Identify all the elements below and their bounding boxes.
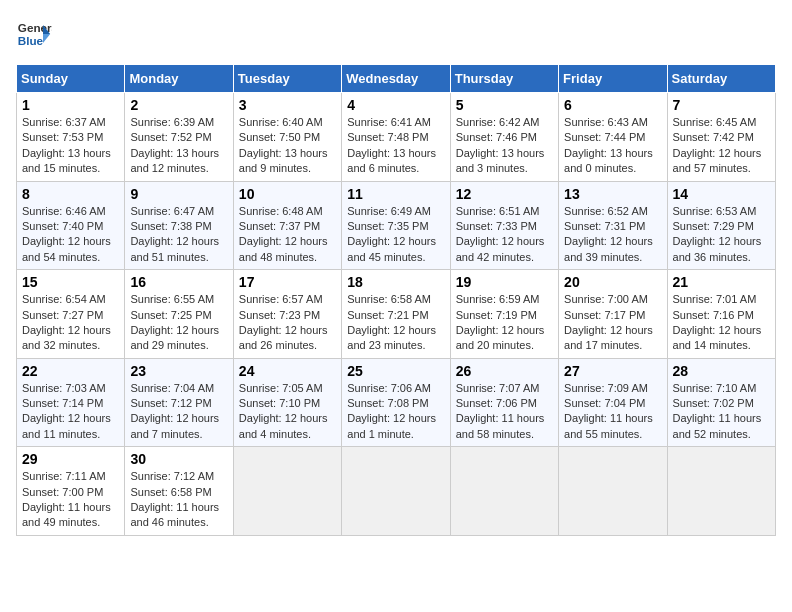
day-number: 13 [564, 186, 661, 202]
day-number: 4 [347, 97, 444, 113]
day-number: 26 [456, 363, 553, 379]
day-number: 1 [22, 97, 119, 113]
weekday-header-tuesday: Tuesday [233, 65, 341, 93]
day-number: 2 [130, 97, 227, 113]
day-number: 3 [239, 97, 336, 113]
logo-icon: General Blue [16, 16, 52, 52]
day-info: Sunrise: 6:40 AM Sunset: 7:50 PM Dayligh… [239, 115, 336, 177]
calendar-cell [450, 447, 558, 536]
day-number: 25 [347, 363, 444, 379]
svg-marker-3 [43, 34, 50, 43]
calendar-cell: 23 Sunrise: 7:04 AM Sunset: 7:12 PM Dayl… [125, 358, 233, 447]
day-info: Sunrise: 6:39 AM Sunset: 7:52 PM Dayligh… [130, 115, 227, 177]
svg-text:Blue: Blue [18, 34, 44, 47]
calendar-week-5: 29 Sunrise: 7:11 AM Sunset: 7:00 PM Dayl… [17, 447, 776, 536]
calendar-cell [342, 447, 450, 536]
calendar-cell: 10 Sunrise: 6:48 AM Sunset: 7:37 PM Dayl… [233, 181, 341, 270]
calendar-cell: 8 Sunrise: 6:46 AM Sunset: 7:40 PM Dayli… [17, 181, 125, 270]
day-info: Sunrise: 7:11 AM Sunset: 7:00 PM Dayligh… [22, 469, 119, 531]
day-info: Sunrise: 6:37 AM Sunset: 7:53 PM Dayligh… [22, 115, 119, 177]
day-info: Sunrise: 7:03 AM Sunset: 7:14 PM Dayligh… [22, 381, 119, 443]
day-info: Sunrise: 6:58 AM Sunset: 7:21 PM Dayligh… [347, 292, 444, 354]
calendar-cell: 25 Sunrise: 7:06 AM Sunset: 7:08 PM Dayl… [342, 358, 450, 447]
calendar-cell: 16 Sunrise: 6:55 AM Sunset: 7:25 PM Dayl… [125, 270, 233, 359]
weekday-header-friday: Friday [559, 65, 667, 93]
calendar-cell: 6 Sunrise: 6:43 AM Sunset: 7:44 PM Dayli… [559, 93, 667, 182]
weekday-header-monday: Monday [125, 65, 233, 93]
calendar-cell: 19 Sunrise: 6:59 AM Sunset: 7:19 PM Dayl… [450, 270, 558, 359]
day-info: Sunrise: 6:51 AM Sunset: 7:33 PM Dayligh… [456, 204, 553, 266]
day-info: Sunrise: 6:53 AM Sunset: 7:29 PM Dayligh… [673, 204, 770, 266]
day-number: 14 [673, 186, 770, 202]
day-number: 5 [456, 97, 553, 113]
calendar-cell: 24 Sunrise: 7:05 AM Sunset: 7:10 PM Dayl… [233, 358, 341, 447]
day-number: 27 [564, 363, 661, 379]
day-info: Sunrise: 6:55 AM Sunset: 7:25 PM Dayligh… [130, 292, 227, 354]
calendar-cell: 7 Sunrise: 6:45 AM Sunset: 7:42 PM Dayli… [667, 93, 775, 182]
calendar-week-1: 1 Sunrise: 6:37 AM Sunset: 7:53 PM Dayli… [17, 93, 776, 182]
day-info: Sunrise: 6:43 AM Sunset: 7:44 PM Dayligh… [564, 115, 661, 177]
day-info: Sunrise: 7:06 AM Sunset: 7:08 PM Dayligh… [347, 381, 444, 443]
calendar-cell: 13 Sunrise: 6:52 AM Sunset: 7:31 PM Dayl… [559, 181, 667, 270]
day-info: Sunrise: 6:42 AM Sunset: 7:46 PM Dayligh… [456, 115, 553, 177]
day-info: Sunrise: 6:48 AM Sunset: 7:37 PM Dayligh… [239, 204, 336, 266]
day-info: Sunrise: 6:49 AM Sunset: 7:35 PM Dayligh… [347, 204, 444, 266]
calendar-cell: 29 Sunrise: 7:11 AM Sunset: 7:00 PM Dayl… [17, 447, 125, 536]
day-number: 30 [130, 451, 227, 467]
day-number: 29 [22, 451, 119, 467]
calendar-cell: 11 Sunrise: 6:49 AM Sunset: 7:35 PM Dayl… [342, 181, 450, 270]
day-number: 28 [673, 363, 770, 379]
day-info: Sunrise: 6:57 AM Sunset: 7:23 PM Dayligh… [239, 292, 336, 354]
weekday-header-saturday: Saturday [667, 65, 775, 93]
calendar-cell: 15 Sunrise: 6:54 AM Sunset: 7:27 PM Dayl… [17, 270, 125, 359]
day-info: Sunrise: 6:46 AM Sunset: 7:40 PM Dayligh… [22, 204, 119, 266]
day-number: 8 [22, 186, 119, 202]
calendar-cell: 4 Sunrise: 6:41 AM Sunset: 7:48 PM Dayli… [342, 93, 450, 182]
day-info: Sunrise: 7:05 AM Sunset: 7:10 PM Dayligh… [239, 381, 336, 443]
calendar-cell: 12 Sunrise: 6:51 AM Sunset: 7:33 PM Dayl… [450, 181, 558, 270]
calendar-cell: 14 Sunrise: 6:53 AM Sunset: 7:29 PM Dayl… [667, 181, 775, 270]
weekday-header-wednesday: Wednesday [342, 65, 450, 93]
calendar-cell: 18 Sunrise: 6:58 AM Sunset: 7:21 PM Dayl… [342, 270, 450, 359]
calendar-week-4: 22 Sunrise: 7:03 AM Sunset: 7:14 PM Dayl… [17, 358, 776, 447]
day-info: Sunrise: 6:41 AM Sunset: 7:48 PM Dayligh… [347, 115, 444, 177]
day-number: 17 [239, 274, 336, 290]
day-number: 7 [673, 97, 770, 113]
day-number: 6 [564, 97, 661, 113]
day-info: Sunrise: 7:10 AM Sunset: 7:02 PM Dayligh… [673, 381, 770, 443]
calendar-week-2: 8 Sunrise: 6:46 AM Sunset: 7:40 PM Dayli… [17, 181, 776, 270]
calendar-cell: 9 Sunrise: 6:47 AM Sunset: 7:38 PM Dayli… [125, 181, 233, 270]
day-number: 20 [564, 274, 661, 290]
day-number: 9 [130, 186, 227, 202]
calendar-cell [667, 447, 775, 536]
day-number: 23 [130, 363, 227, 379]
day-number: 21 [673, 274, 770, 290]
calendar-table: SundayMondayTuesdayWednesdayThursdayFrid… [16, 64, 776, 536]
day-info: Sunrise: 7:00 AM Sunset: 7:17 PM Dayligh… [564, 292, 661, 354]
day-number: 18 [347, 274, 444, 290]
day-number: 10 [239, 186, 336, 202]
calendar-cell [233, 447, 341, 536]
day-number: 11 [347, 186, 444, 202]
calendar-cell: 26 Sunrise: 7:07 AM Sunset: 7:06 PM Dayl… [450, 358, 558, 447]
calendar-cell: 1 Sunrise: 6:37 AM Sunset: 7:53 PM Dayli… [17, 93, 125, 182]
calendar-cell: 5 Sunrise: 6:42 AM Sunset: 7:46 PM Dayli… [450, 93, 558, 182]
day-info: Sunrise: 6:47 AM Sunset: 7:38 PM Dayligh… [130, 204, 227, 266]
calendar-cell: 22 Sunrise: 7:03 AM Sunset: 7:14 PM Dayl… [17, 358, 125, 447]
day-number: 22 [22, 363, 119, 379]
calendar-cell: 3 Sunrise: 6:40 AM Sunset: 7:50 PM Dayli… [233, 93, 341, 182]
calendar-cell: 20 Sunrise: 7:00 AM Sunset: 7:17 PM Dayl… [559, 270, 667, 359]
day-number: 16 [130, 274, 227, 290]
calendar-cell [559, 447, 667, 536]
day-info: Sunrise: 7:01 AM Sunset: 7:16 PM Dayligh… [673, 292, 770, 354]
day-info: Sunrise: 6:45 AM Sunset: 7:42 PM Dayligh… [673, 115, 770, 177]
page-header: General Blue [16, 16, 776, 52]
calendar-cell: 30 Sunrise: 7:12 AM Sunset: 6:58 PM Dayl… [125, 447, 233, 536]
calendar-cell: 28 Sunrise: 7:10 AM Sunset: 7:02 PM Dayl… [667, 358, 775, 447]
calendar-cell: 17 Sunrise: 6:57 AM Sunset: 7:23 PM Dayl… [233, 270, 341, 359]
day-number: 19 [456, 274, 553, 290]
logo: General Blue [16, 16, 52, 52]
day-info: Sunrise: 7:07 AM Sunset: 7:06 PM Dayligh… [456, 381, 553, 443]
day-info: Sunrise: 6:54 AM Sunset: 7:27 PM Dayligh… [22, 292, 119, 354]
day-info: Sunrise: 6:59 AM Sunset: 7:19 PM Dayligh… [456, 292, 553, 354]
